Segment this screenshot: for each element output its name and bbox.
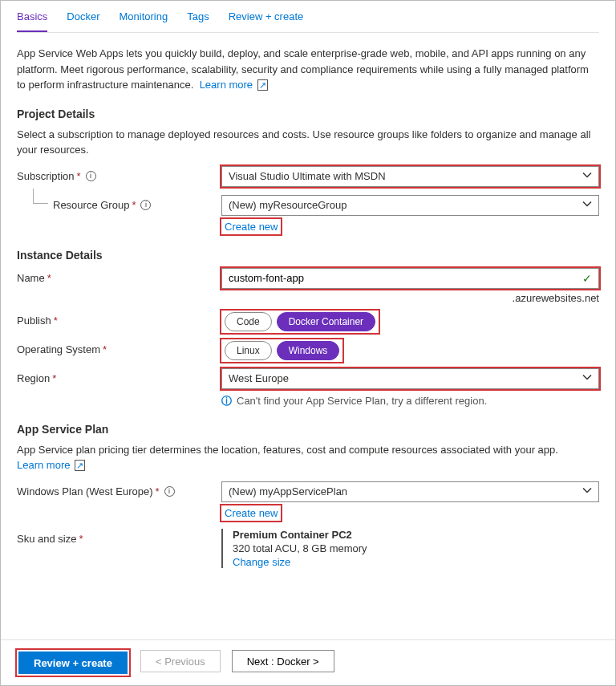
section-plan-desc: App Service plan pricing tier determines… [17,442,599,473]
review-create-button[interactable]: Review + create [18,651,128,674]
info-icon[interactable]: i [164,486,175,497]
plan-select[interactable]: (New) myAppServicePlan [221,481,599,502]
region-hint: Can't find your App Service Plan, try a … [237,395,487,407]
os-linux-pill[interactable]: Linux [225,341,272,360]
chevron-down-icon [582,485,592,497]
create-new-rg-link[interactable]: Create new [221,219,281,234]
info-icon[interactable]: i [140,200,151,210]
plan-value: (New) myAppServicePlan [229,485,347,497]
name-label: Name* [17,268,221,284]
chevron-down-icon [582,372,592,384]
name-input[interactable]: ✓ [221,268,599,289]
external-link-icon [256,79,268,91]
sku-detail: 320 total ACU, 8 GB memory [233,542,599,554]
section-project-desc: Select a subscription to manage deployed… [17,127,599,158]
sku-label: Sku and size* [17,529,221,545]
change-size-link[interactable]: Change size [233,556,290,568]
region-select[interactable]: West Europe [221,368,599,389]
os-windows-pill[interactable]: Windows [277,341,340,360]
os-label: Operating System* [17,339,221,355]
next-button[interactable]: Next : Docker [232,650,334,672]
plan-learn-more-link[interactable]: Learn more [17,459,85,471]
tab-docker[interactable]: Docker [67,10,99,32]
learn-more-link[interactable]: Learn more [200,79,268,91]
name-suffix: .azurewebsites.net [221,292,599,304]
publish-docker-pill[interactable]: Docker Container [277,312,375,331]
tab-tags[interactable]: Tags [187,10,209,32]
tab-basics[interactable]: Basics [17,10,47,32]
subscription-select[interactable]: Visual Studio Ultimate with MSDN [221,166,599,187]
footer-bar: Review + create < Previous Next : Docker [1,639,615,685]
subscription-value: Visual Studio Ultimate with MSDN [229,170,386,182]
intro-text: App Service Web Apps lets you quickly bu… [17,46,599,93]
section-instance-title: Instance Details [17,249,599,262]
chevron-down-icon [582,170,592,182]
intro-body: App Service Web Apps lets you quickly bu… [17,47,589,91]
subscription-label: Subscription* i [17,166,221,182]
tab-monitoring[interactable]: Monitoring [119,10,168,32]
section-plan-title: App Service Plan [17,423,599,436]
resource-group-label: Resource Group* i [17,195,221,211]
info-icon: ⓘ [221,394,232,408]
resource-group-value: (New) myResourceGroup [229,199,346,211]
section-project-title: Project Details [17,108,599,120]
external-link-icon [73,459,85,471]
region-value: West Europe [229,372,289,384]
tab-bar: Basics Docker Monitoring Tags Review + c… [17,1,599,33]
sku-title: Premium Container PC2 [233,529,599,541]
publish-label: Publish* [17,311,221,327]
plan-label: Windows Plan (West Europe)* i [17,481,221,497]
tab-review[interactable]: Review + create [229,10,304,32]
name-input-field[interactable] [229,272,576,284]
region-label: Region* [17,368,221,384]
previous-button: < Previous [140,650,221,672]
create-new-plan-link[interactable]: Create new [221,505,281,521]
resource-group-select[interactable]: (New) myResourceGroup [221,195,599,216]
sku-info: Premium Container PC2 320 total ACU, 8 G… [221,529,599,568]
publish-code-pill[interactable]: Code [225,312,272,331]
chevron-down-icon [582,199,592,211]
check-icon: ✓ [582,272,592,285]
info-icon[interactable]: i [86,171,96,181]
